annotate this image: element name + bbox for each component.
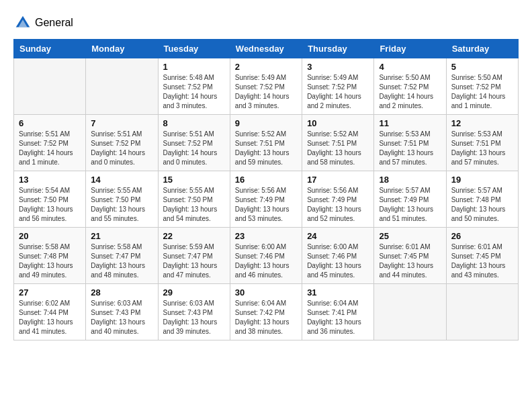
calendar-cell: 26Sunrise: 6:01 AM Sunset: 7:45 PM Dayli… <box>446 228 518 284</box>
day-number: 3 <box>307 62 369 72</box>
cell-content: Sunrise: 5:56 AM Sunset: 7:49 PM Dayligh… <box>235 186 297 224</box>
weekday-header-thursday: Thursday <box>302 40 374 58</box>
calendar-cell: 6Sunrise: 5:51 AM Sunset: 7:52 PM Daylig… <box>14 115 86 171</box>
cell-content: Sunrise: 6:00 AM Sunset: 7:46 PM Dayligh… <box>235 242 297 280</box>
cell-content: Sunrise: 5:55 AM Sunset: 7:50 PM Dayligh… <box>91 186 152 224</box>
day-number: 8 <box>163 118 225 128</box>
cell-content: Sunrise: 5:52 AM Sunset: 7:51 PM Dayligh… <box>307 130 369 167</box>
day-number: 9 <box>235 118 297 128</box>
calendar-cell: 11Sunrise: 5:53 AM Sunset: 7:51 PM Dayli… <box>374 115 446 171</box>
weekday-header-wednesday: Wednesday <box>230 40 302 58</box>
cell-content: Sunrise: 5:57 AM Sunset: 7:48 PM Dayligh… <box>451 186 513 224</box>
cell-content: Sunrise: 6:02 AM Sunset: 7:44 PM Dayligh… <box>19 299 81 336</box>
cell-content: Sunrise: 5:49 AM Sunset: 7:52 PM Dayligh… <box>235 73 297 111</box>
day-number: 5 <box>451 62 513 72</box>
day-number: 22 <box>163 231 225 241</box>
day-number: 6 <box>19 118 81 128</box>
day-number: 18 <box>379 175 441 185</box>
calendar-cell: 1Sunrise: 5:48 AM Sunset: 7:52 PM Daylig… <box>158 58 230 115</box>
calendar-cell: 29Sunrise: 6:03 AM Sunset: 7:43 PM Dayli… <box>158 284 230 340</box>
calendar-cell: 31Sunrise: 6:04 AM Sunset: 7:41 PM Dayli… <box>302 284 374 340</box>
day-number: 25 <box>379 231 441 241</box>
day-number: 28 <box>91 287 152 298</box>
calendar-table: SundayMondayTuesdayWednesdayThursdayFrid… <box>13 39 519 340</box>
cell-content: Sunrise: 5:51 AM Sunset: 7:52 PM Dayligh… <box>19 130 81 167</box>
calendar-cell: 3Sunrise: 5:49 AM Sunset: 7:52 PM Daylig… <box>302 58 374 115</box>
cell-content: Sunrise: 5:57 AM Sunset: 7:49 PM Dayligh… <box>379 186 441 224</box>
calendar-cell: 28Sunrise: 6:03 AM Sunset: 7:43 PM Dayli… <box>86 284 158 340</box>
cell-content: Sunrise: 5:49 AM Sunset: 7:52 PM Dayligh… <box>307 73 369 111</box>
day-number: 30 <box>235 287 297 298</box>
calendar-cell: 14Sunrise: 5:55 AM Sunset: 7:50 PM Dayli… <box>86 171 158 228</box>
day-number: 19 <box>451 175 513 185</box>
cell-content: Sunrise: 6:03 AM Sunset: 7:43 PM Dayligh… <box>91 299 152 336</box>
logo: General <box>13 13 73 32</box>
calendar-cell: 7Sunrise: 5:51 AM Sunset: 7:52 PM Daylig… <box>86 115 158 171</box>
cell-content: Sunrise: 5:48 AM Sunset: 7:52 PM Dayligh… <box>163 73 225 111</box>
calendar-cell: 25Sunrise: 6:01 AM Sunset: 7:45 PM Dayli… <box>374 228 446 284</box>
calendar-cell: 23Sunrise: 6:00 AM Sunset: 7:46 PM Dayli… <box>230 228 302 284</box>
calendar-cell: 21Sunrise: 5:58 AM Sunset: 7:47 PM Dayli… <box>86 228 158 284</box>
logo-general: General <box>35 17 73 29</box>
calendar-cell: 5Sunrise: 5:50 AM Sunset: 7:52 PM Daylig… <box>446 58 518 115</box>
calendar-cell <box>86 58 158 115</box>
logo-icon <box>13 13 32 32</box>
day-number: 23 <box>235 231 297 241</box>
calendar-cell: 16Sunrise: 5:56 AM Sunset: 7:49 PM Dayli… <box>230 171 302 228</box>
calendar-cell: 30Sunrise: 6:04 AM Sunset: 7:42 PM Dayli… <box>230 284 302 340</box>
cell-content: Sunrise: 5:56 AM Sunset: 7:49 PM Dayligh… <box>307 186 369 224</box>
cell-content: Sunrise: 5:54 AM Sunset: 7:50 PM Dayligh… <box>19 186 81 224</box>
weekday-header-row: SundayMondayTuesdayWednesdayThursdayFrid… <box>14 40 519 58</box>
calendar-cell <box>14 58 86 115</box>
day-number: 11 <box>379 118 441 128</box>
day-number: 29 <box>163 287 225 298</box>
week-row-3: 13Sunrise: 5:54 AM Sunset: 7:50 PM Dayli… <box>14 171 519 228</box>
day-number: 13 <box>19 175 81 185</box>
calendar-cell: 12Sunrise: 5:53 AM Sunset: 7:51 PM Dayli… <box>446 115 518 171</box>
day-number: 26 <box>451 231 513 241</box>
day-number: 1 <box>163 62 225 72</box>
day-number: 14 <box>91 175 152 185</box>
cell-content: Sunrise: 6:04 AM Sunset: 7:41 PM Dayligh… <box>307 299 369 336</box>
calendar-cell: 2Sunrise: 5:49 AM Sunset: 7:52 PM Daylig… <box>230 58 302 115</box>
day-number: 20 <box>19 231 81 241</box>
calendar-cell: 10Sunrise: 5:52 AM Sunset: 7:51 PM Dayli… <box>302 115 374 171</box>
cell-content: Sunrise: 5:59 AM Sunset: 7:47 PM Dayligh… <box>163 242 225 280</box>
cell-content: Sunrise: 5:51 AM Sunset: 7:52 PM Dayligh… <box>91 130 152 167</box>
day-number: 24 <box>307 231 369 241</box>
week-row-4: 20Sunrise: 5:58 AM Sunset: 7:48 PM Dayli… <box>14 228 519 284</box>
cell-content: Sunrise: 5:53 AM Sunset: 7:51 PM Dayligh… <box>451 130 513 167</box>
weekday-header-friday: Friday <box>374 40 446 58</box>
cell-content: Sunrise: 5:55 AM Sunset: 7:50 PM Dayligh… <box>163 186 225 224</box>
cell-content: Sunrise: 5:53 AM Sunset: 7:51 PM Dayligh… <box>379 130 441 167</box>
day-number: 17 <box>307 175 369 185</box>
calendar-cell: 13Sunrise: 5:54 AM Sunset: 7:50 PM Dayli… <box>14 171 86 228</box>
weekday-header-saturday: Saturday <box>446 40 518 58</box>
cell-content: Sunrise: 5:58 AM Sunset: 7:47 PM Dayligh… <box>91 242 152 280</box>
logo-text: General <box>35 17 73 29</box>
calendar-cell: 8Sunrise: 5:51 AM Sunset: 7:52 PM Daylig… <box>158 115 230 171</box>
cell-content: Sunrise: 5:52 AM Sunset: 7:51 PM Dayligh… <box>235 130 297 167</box>
week-row-5: 27Sunrise: 6:02 AM Sunset: 7:44 PM Dayli… <box>14 284 519 340</box>
cell-content: Sunrise: 6:03 AM Sunset: 7:43 PM Dayligh… <box>163 299 225 336</box>
cell-content: Sunrise: 5:50 AM Sunset: 7:52 PM Dayligh… <box>379 73 441 111</box>
cell-content: Sunrise: 5:58 AM Sunset: 7:48 PM Dayligh… <box>19 242 81 280</box>
calendar-cell: 22Sunrise: 5:59 AM Sunset: 7:47 PM Dayli… <box>158 228 230 284</box>
day-number: 21 <box>91 231 152 241</box>
cell-content: Sunrise: 5:50 AM Sunset: 7:52 PM Dayligh… <box>451 73 513 111</box>
calendar-cell: 18Sunrise: 5:57 AM Sunset: 7:49 PM Dayli… <box>374 171 446 228</box>
cell-content: Sunrise: 6:01 AM Sunset: 7:45 PM Dayligh… <box>379 242 441 280</box>
calendar-cell: 4Sunrise: 5:50 AM Sunset: 7:52 PM Daylig… <box>374 58 446 115</box>
calendar-cell: 9Sunrise: 5:52 AM Sunset: 7:51 PM Daylig… <box>230 115 302 171</box>
calendar-cell: 27Sunrise: 6:02 AM Sunset: 7:44 PM Dayli… <box>14 284 86 340</box>
day-number: 7 <box>91 118 152 128</box>
weekday-header-sunday: Sunday <box>14 40 86 58</box>
page-header: General <box>13 13 519 32</box>
week-row-1: 1Sunrise: 5:48 AM Sunset: 7:52 PM Daylig… <box>14 58 519 115</box>
week-row-2: 6Sunrise: 5:51 AM Sunset: 7:52 PM Daylig… <box>14 115 519 171</box>
weekday-header-tuesday: Tuesday <box>158 40 230 58</box>
calendar-cell <box>446 284 518 340</box>
cell-content: Sunrise: 5:51 AM Sunset: 7:52 PM Dayligh… <box>163 130 225 167</box>
calendar-cell: 15Sunrise: 5:55 AM Sunset: 7:50 PM Dayli… <box>158 171 230 228</box>
day-number: 12 <box>451 118 513 128</box>
